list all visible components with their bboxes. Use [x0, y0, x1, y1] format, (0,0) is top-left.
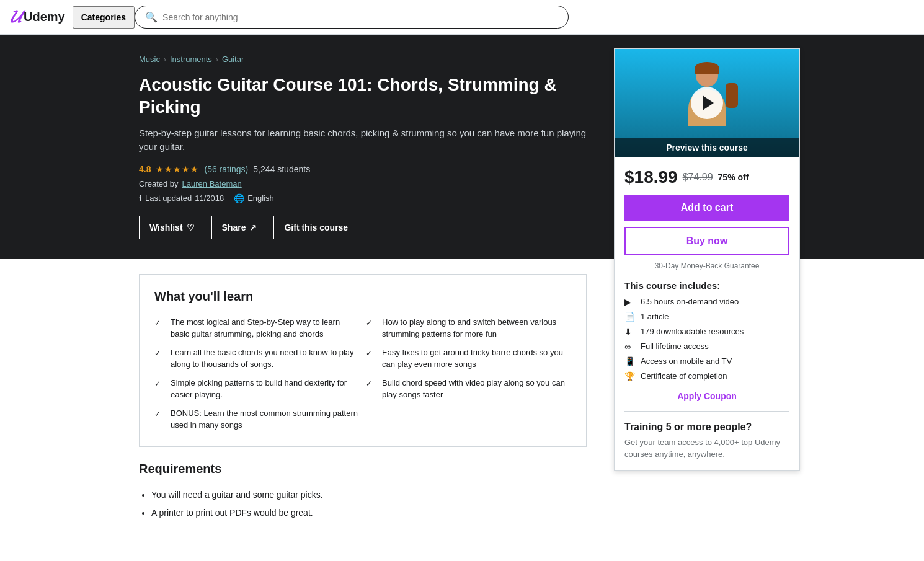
check-icon-2: ✓ — [154, 348, 164, 359]
article-icon: 📄 — [624, 312, 636, 322]
created-by-label: Created by — [139, 179, 179, 188]
guarantee-text: 30-Day Money-Back Guarantee — [624, 262, 789, 270]
price-discount: 75% off — [718, 172, 749, 182]
learn-item-6: ✓ Easy fixes to get around tricky barre … — [366, 347, 571, 371]
share-icon: ↗ — [249, 223, 257, 232]
include-video: ▶ 6.5 hours on-demand video — [624, 297, 789, 307]
breadcrumb: Music › Instruments › Guitar — [139, 55, 587, 64]
include-mobile: 📱 Access on mobile and TV — [624, 356, 789, 366]
course-sidebar: Preview this course $18.99 $74.99 75% of… — [614, 48, 800, 471]
course-preview[interactable]: Preview this course — [615, 49, 799, 157]
check-icon-1: ✓ — [154, 317, 164, 329]
rating-score: 4.8 — [139, 164, 151, 174]
meta-row: ℹ Last updated 11/2018 🌐 English — [139, 193, 587, 203]
play-triangle-icon — [703, 95, 714, 110]
video-icon: ▶ — [624, 297, 636, 307]
learn-item-4: ✓ BONUS: Learn the most common strumming… — [154, 407, 360, 431]
check-icon-4: ✓ — [154, 409, 164, 420]
check-icon-7: ✓ — [366, 378, 376, 389]
team-title: Training 5 or more people? — [624, 422, 789, 433]
learn-item-5: ✓ How to play along to and switch betwee… — [366, 316, 571, 340]
site-header: 𝓤 Udemy Categories 🔍 — [0, 0, 924, 35]
includes-title: This course includes: — [624, 280, 789, 291]
include-lifetime-text: Full lifetime access — [641, 342, 709, 351]
breadcrumb-current: Guitar — [222, 55, 244, 64]
person-head — [696, 64, 718, 87]
add-to-cart-button[interactable]: Add to cart — [624, 195, 789, 221]
price-original: $74.99 — [683, 172, 713, 183]
search-input[interactable] — [162, 12, 558, 22]
heart-icon: ♡ — [187, 223, 195, 232]
apply-coupon-link[interactable]: Apply Coupon — [624, 391, 789, 401]
req-item-1: You will need a guitar and some guitar p… — [151, 488, 587, 501]
gift-button[interactable]: Gift this course — [273, 216, 358, 239]
student-count: 5,244 students — [253, 164, 310, 174]
team-training: Training 5 or more people? Get your team… — [624, 411, 789, 461]
last-updated-label: Last updated — [145, 193, 192, 203]
logo-text: Udemy — [24, 10, 65, 24]
learn-item-2: ✓ Learn all the basic chords you need to… — [154, 347, 360, 371]
preview-overlay: Preview this course — [615, 138, 799, 157]
download-icon: ⬇ — [624, 327, 636, 337]
include-certificate: 🏆 Certificate of completion — [624, 371, 789, 381]
learn-item-5-text: How to play along to and switch between … — [382, 316, 571, 340]
wishlist-label: Wishlist — [149, 223, 183, 232]
person-hair — [695, 62, 719, 74]
logo[interactable]: 𝓤 Udemy — [10, 7, 65, 27]
course-title: Acoustic Guitar Course 101: Chords, Stru… — [139, 74, 587, 119]
language-item: 🌐 English — [234, 193, 274, 203]
udemy-logo-icon: 𝓤 — [10, 7, 21, 27]
req-item-2: A printer to print out PDFs would be gre… — [151, 506, 587, 519]
search-bar: 🔍 — [135, 6, 569, 29]
breadcrumb-sep-1: › — [164, 55, 166, 64]
stars: ★★★★★ — [156, 164, 199, 174]
breadcrumb-instruments[interactable]: Instruments — [170, 55, 212, 64]
main-content: Preview this course $18.99 $74.99 75% of… — [124, 259, 800, 549]
rating-row: 4.8 ★★★★★ (56 ratings) 5,244 students — [139, 164, 587, 174]
include-mobile-text: Access on mobile and TV — [641, 356, 732, 366]
buy-now-button[interactable]: Buy now — [624, 227, 789, 255]
learn-item-1: ✓ The most logical and Step-by-Step way … — [154, 316, 360, 340]
wishlist-button[interactable]: Wishlist ♡ — [139, 216, 205, 239]
mobile-icon: 📱 — [624, 356, 636, 366]
requirements-list: You will need a guitar and some guitar p… — [139, 488, 587, 519]
learn-item-3: ✓ Simple picking patterns to build hand … — [154, 377, 360, 401]
team-desc: Get your team access to 4,000+ top Udemy… — [624, 436, 789, 461]
preview-label: Preview this course — [666, 143, 748, 152]
learn-item-3-text: Simple picking patterns to build hand de… — [171, 377, 360, 401]
sidebar-body: $18.99 $74.99 75% off Add to cart Buy no… — [615, 157, 799, 470]
include-lifetime: ∞ Full lifetime access — [624, 342, 789, 351]
certificate-icon: 🏆 — [624, 371, 636, 381]
include-resources: ⬇ 179 downloadable resources — [624, 327, 789, 337]
learn-item-1-text: The most logical and Step-by-Step way to… — [171, 316, 360, 340]
include-article: 📄 1 article — [624, 312, 789, 322]
search-icon: 🔍 — [145, 11, 158, 23]
requirements-title: Requirements — [139, 462, 587, 476]
include-resources-text: 179 downloadable resources — [641, 327, 744, 336]
check-icon-5: ✓ — [366, 317, 376, 329]
course-subtitle: Step-by-step guitar lessons for learning… — [139, 126, 587, 154]
share-button[interactable]: Share ↗ — [211, 216, 268, 239]
learn-item-2-text: Learn all the basic chords you need to k… — [171, 347, 360, 371]
play-button[interactable] — [691, 87, 723, 119]
globe-icon: 🌐 — [234, 193, 244, 203]
course-includes: This course includes: ▶ 6.5 hours on-dem… — [624, 280, 789, 381]
learn-grid: ✓ The most logical and Step-by-Step way … — [154, 316, 571, 431]
action-row: Wishlist ♡ Share ↗ Gift this course — [139, 216, 587, 239]
price-current: $18.99 — [624, 167, 678, 187]
instructor-link[interactable]: Lauren Bateman — [182, 179, 242, 188]
last-updated-value: 11/2018 — [195, 193, 224, 203]
breadcrumb-music[interactable]: Music — [139, 55, 160, 64]
categories-button[interactable]: Categories — [73, 6, 135, 29]
clock-icon: ℹ — [139, 193, 142, 203]
include-article-text: 1 article — [641, 312, 669, 321]
infinity-icon: ∞ — [624, 342, 636, 351]
learn-item-7: ✓ Build chord speed with video play alon… — [366, 377, 571, 401]
learn-section-title: What you'll learn — [154, 289, 571, 304]
share-label: Share — [222, 223, 246, 232]
requirements-section: Requirements You will need a guitar and … — [139, 462, 587, 519]
rating-count: (56 ratings) — [204, 164, 248, 174]
learn-item-6-text: Easy fixes to get around tricky barre ch… — [382, 347, 571, 371]
instructor-row: Created by Lauren Bateman — [139, 179, 587, 188]
include-certificate-text: Certificate of completion — [641, 371, 727, 381]
